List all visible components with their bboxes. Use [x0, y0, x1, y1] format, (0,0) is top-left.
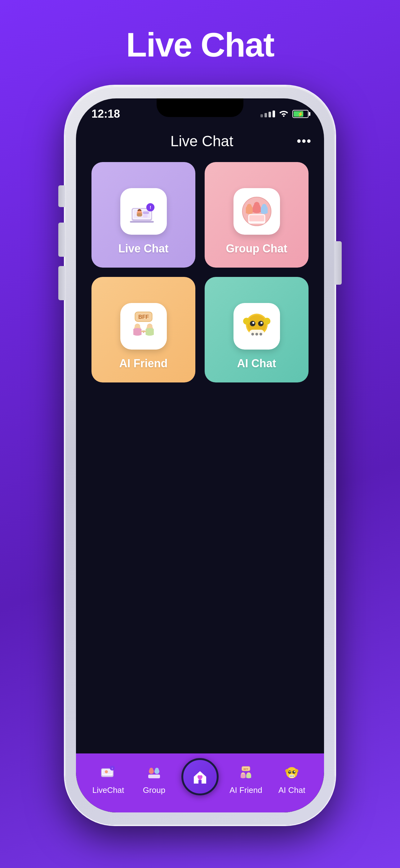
live-chat-card[interactable]: ! Live Chat [92, 162, 195, 268]
svg-point-34 [261, 322, 263, 324]
nav-livechat-label: LiveChat [92, 785, 124, 795]
battery-icon: ⚡ [292, 110, 308, 118]
ai-chat-label: AI Chat [237, 357, 276, 370]
signal-icon [261, 111, 275, 117]
svg-rect-6 [137, 213, 142, 217]
svg-point-36 [264, 318, 270, 325]
svg-rect-52 [148, 775, 160, 778]
app-title: Live Chat [107, 132, 297, 150]
status-icons: ⚡ [261, 109, 308, 119]
nav-item-livechat[interactable]: ! LiveChat [85, 762, 131, 795]
nav-group-icon [143, 762, 165, 783]
ai-friend-card[interactable]: BFF ♥ [92, 277, 195, 382]
group-chat-icon-wrapper [233, 188, 280, 235]
svg-text:!: ! [149, 205, 151, 210]
ai-chat-icon [240, 309, 274, 343]
svg-point-35 [243, 318, 250, 325]
svg-point-60 [289, 771, 291, 772]
nav-item-group[interactable]: Group [131, 762, 177, 795]
ai-chat-icon-wrapper [233, 303, 280, 349]
ai-chat-card[interactable]: AI Chat [205, 277, 308, 382]
nav-aichat-icon [281, 762, 303, 783]
group-chat-label: Group Chat [226, 242, 288, 255]
svg-point-49 [149, 768, 153, 771]
page-title: Live Chat [126, 25, 274, 64]
ai-friend-label: AI Friend [119, 357, 167, 370]
live-chat-icon-wrapper: ! [120, 188, 167, 235]
volume-up-button [58, 223, 65, 257]
svg-text:!: ! [112, 767, 113, 770]
svg-point-40 [259, 333, 262, 336]
svg-point-39 [255, 333, 258, 336]
svg-marker-41 [255, 339, 258, 341]
svg-text:BFF: BFF [243, 768, 248, 771]
phone-notch [157, 98, 243, 117]
nav-item-aifriend[interactable]: BFF AI Friend [223, 762, 269, 795]
svg-point-62 [285, 769, 289, 773]
nav-home-button[interactable] [181, 758, 219, 795]
live-chat-label: Live Chat [118, 242, 168, 255]
status-time: 12:18 [92, 107, 120, 120]
nav-aichat-label: AI Chat [278, 785, 305, 795]
svg-rect-11 [143, 215, 147, 218]
feature-cards-grid: ! Live Chat [88, 162, 312, 382]
phone-mockup: 12:18 [65, 83, 335, 828]
app-header: Live Chat ••• [88, 123, 312, 162]
ai-friend-icon: BFF ♥ [127, 309, 161, 343]
nav-item-home[interactable] [177, 758, 223, 799]
svg-rect-10 [143, 211, 149, 214]
svg-point-0 [283, 116, 285, 117]
svg-point-66 [291, 775, 292, 777]
phone-outer-frame: 12:18 [65, 86, 335, 825]
svg-point-67 [293, 775, 294, 777]
nav-livechat-icon: ! [97, 762, 119, 783]
svg-rect-7 [130, 221, 154, 223]
screen-content: Live Chat ••• [76, 123, 324, 812]
phone-screen: 12:18 [76, 98, 324, 812]
ai-friend-icon-wrapper: BFF ♥ [120, 303, 167, 349]
svg-point-45 [105, 770, 108, 773]
live-chat-icon: ! [127, 194, 161, 228]
nav-item-aichat[interactable]: AI Chat [269, 762, 315, 795]
group-chat-icon [240, 194, 274, 228]
svg-point-63 [295, 769, 298, 773]
nav-group-label: Group [143, 785, 165, 795]
bottom-navigation: ! LiveChat [76, 753, 324, 812]
nav-aifriend-icon: BFF [235, 762, 257, 783]
mute-button [58, 185, 65, 207]
svg-point-38 [251, 333, 254, 336]
nav-aifriend-label: AI Friend [229, 785, 262, 795]
svg-text:BFF: BFF [138, 314, 148, 320]
wifi-icon [279, 109, 289, 119]
svg-point-33 [252, 322, 254, 324]
group-chat-card[interactable]: Group Chat [205, 162, 308, 268]
home-icon [191, 767, 209, 786]
power-button [335, 241, 342, 285]
svg-rect-20 [249, 215, 264, 221]
svg-point-51 [155, 768, 159, 771]
volume-down-button [58, 266, 65, 300]
more-options-button[interactable]: ••• [297, 134, 312, 148]
svg-point-65 [290, 775, 291, 777]
